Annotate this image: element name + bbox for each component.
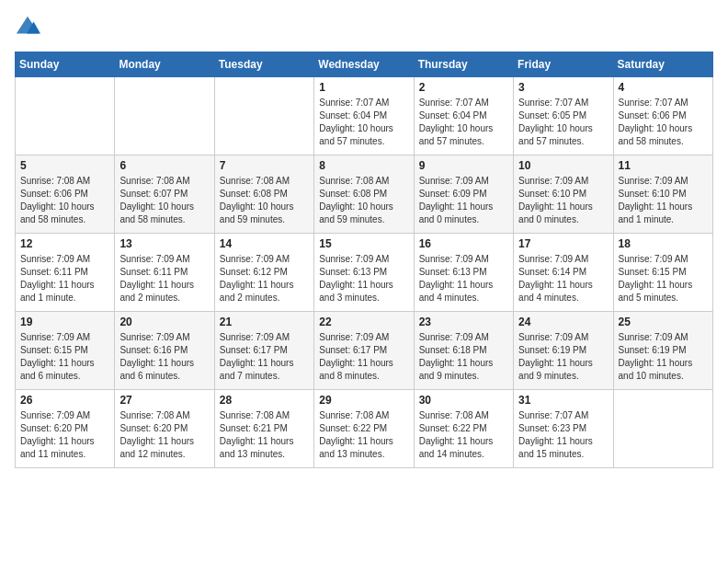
day-number: 16 <box>419 237 508 250</box>
calendar-cell: 4Sunrise: 7:07 AM Sunset: 6:06 PM Daylig… <box>613 77 712 155</box>
calendar-cell: 31Sunrise: 7:07 AM Sunset: 6:23 PM Dayli… <box>514 390 613 468</box>
day-info: Sunrise: 7:09 AM Sunset: 6:20 PM Dayligh… <box>20 409 109 461</box>
calendar-cell: 21Sunrise: 7:09 AM Sunset: 6:17 PM Dayli… <box>214 312 313 390</box>
day-info: Sunrise: 7:09 AM Sunset: 6:19 PM Dayligh… <box>619 331 708 383</box>
day-number: 30 <box>419 394 508 407</box>
calendar-cell: 12Sunrise: 7:09 AM Sunset: 6:11 PM Dayli… <box>16 234 115 312</box>
calendar-weekday-wednesday: Wednesday <box>314 52 414 77</box>
calendar-cell: 23Sunrise: 7:09 AM Sunset: 6:18 PM Dayli… <box>414 312 513 390</box>
calendar-cell: 14Sunrise: 7:09 AM Sunset: 6:12 PM Dayli… <box>214 234 313 312</box>
logo <box>15 15 44 40</box>
day-info: Sunrise: 7:09 AM Sunset: 6:11 PM Dayligh… <box>119 253 209 304</box>
day-info: Sunrise: 7:08 AM Sunset: 6:08 PM Dayligh… <box>220 175 309 226</box>
day-info: Sunrise: 7:09 AM Sunset: 6:14 PM Dayligh… <box>518 253 608 304</box>
day-info: Sunrise: 7:08 AM Sunset: 6:22 PM Dayligh… <box>419 409 508 461</box>
logo-icon <box>15 15 40 40</box>
calendar-weekday-thursday: Thursday <box>414 52 513 77</box>
day-info: Sunrise: 7:07 AM Sunset: 6:06 PM Dayligh… <box>619 97 708 148</box>
day-info: Sunrise: 7:09 AM Sunset: 6:11 PM Dayligh… <box>20 253 109 304</box>
day-number: 9 <box>419 159 508 172</box>
calendar-cell: 2Sunrise: 7:07 AM Sunset: 6:04 PM Daylig… <box>414 77 513 155</box>
day-number: 2 <box>419 81 508 94</box>
calendar-cell: 19Sunrise: 7:09 AM Sunset: 6:15 PM Dayli… <box>16 312 115 390</box>
day-info: Sunrise: 7:09 AM Sunset: 6:13 PM Dayligh… <box>419 253 508 304</box>
day-number: 3 <box>518 81 608 94</box>
day-info: Sunrise: 7:08 AM Sunset: 6:06 PM Dayligh… <box>20 175 109 226</box>
calendar-cell: 25Sunrise: 7:09 AM Sunset: 6:19 PM Dayli… <box>613 312 712 390</box>
calendar-week-row: 5Sunrise: 7:08 AM Sunset: 6:06 PM Daylig… <box>16 155 713 234</box>
day-info: Sunrise: 7:08 AM Sunset: 6:20 PM Dayligh… <box>119 409 209 461</box>
day-number: 27 <box>119 394 209 407</box>
day-number: 6 <box>119 159 209 172</box>
day-info: Sunrise: 7:09 AM Sunset: 6:10 PM Dayligh… <box>518 175 608 226</box>
day-info: Sunrise: 7:07 AM Sunset: 6:04 PM Dayligh… <box>319 97 408 148</box>
calendar-cell <box>115 77 214 155</box>
calendar-cell: 26Sunrise: 7:09 AM Sunset: 6:20 PM Dayli… <box>16 390 115 468</box>
calendar-cell: 20Sunrise: 7:09 AM Sunset: 6:16 PM Dayli… <box>115 312 214 390</box>
calendar-cell: 16Sunrise: 7:09 AM Sunset: 6:13 PM Dayli… <box>414 234 513 312</box>
calendar-cell: 13Sunrise: 7:09 AM Sunset: 6:11 PM Dayli… <box>115 234 214 312</box>
calendar-weekday-saturday: Saturday <box>613 52 712 77</box>
day-info: Sunrise: 7:08 AM Sunset: 6:07 PM Dayligh… <box>119 175 209 226</box>
day-number: 14 <box>220 237 309 250</box>
day-number: 5 <box>20 159 109 172</box>
day-info: Sunrise: 7:09 AM Sunset: 6:15 PM Dayligh… <box>20 331 109 383</box>
day-number: 20 <box>119 316 209 328</box>
day-number: 21 <box>220 316 309 328</box>
calendar-week-row: 26Sunrise: 7:09 AM Sunset: 6:20 PM Dayli… <box>16 390 713 468</box>
calendar-cell: 3Sunrise: 7:07 AM Sunset: 6:05 PM Daylig… <box>514 77 613 155</box>
day-info: Sunrise: 7:07 AM Sunset: 6:23 PM Dayligh… <box>518 409 608 461</box>
day-number: 4 <box>619 81 708 94</box>
day-number: 11 <box>619 159 708 172</box>
calendar-weekday-monday: Monday <box>115 52 214 77</box>
calendar-cell: 1Sunrise: 7:07 AM Sunset: 6:04 PM Daylig… <box>314 77 414 155</box>
calendar-cell: 22Sunrise: 7:09 AM Sunset: 6:17 PM Dayli… <box>314 312 414 390</box>
calendar-cell: 9Sunrise: 7:09 AM Sunset: 6:09 PM Daylig… <box>414 155 513 234</box>
day-number: 22 <box>319 316 408 328</box>
day-number: 31 <box>518 394 608 407</box>
calendar-cell: 11Sunrise: 7:09 AM Sunset: 6:10 PM Dayli… <box>613 155 712 234</box>
calendar-cell <box>16 77 115 155</box>
day-number: 25 <box>619 316 708 328</box>
calendar-cell: 15Sunrise: 7:09 AM Sunset: 6:13 PM Dayli… <box>314 234 414 312</box>
day-number: 18 <box>619 237 708 250</box>
day-number: 19 <box>20 316 109 328</box>
day-number: 29 <box>319 394 408 407</box>
day-info: Sunrise: 7:09 AM Sunset: 6:10 PM Dayligh… <box>619 175 708 226</box>
day-info: Sunrise: 7:09 AM Sunset: 6:09 PM Dayligh… <box>419 175 508 226</box>
day-info: Sunrise: 7:08 AM Sunset: 6:08 PM Dayligh… <box>319 175 408 226</box>
calendar-cell: 5Sunrise: 7:08 AM Sunset: 6:06 PM Daylig… <box>16 155 115 234</box>
calendar-cell: 18Sunrise: 7:09 AM Sunset: 6:15 PM Dayli… <box>613 234 712 312</box>
day-number: 12 <box>20 237 109 250</box>
day-info: Sunrise: 7:09 AM Sunset: 6:15 PM Dayligh… <box>619 253 708 304</box>
day-info: Sunrise: 7:09 AM Sunset: 6:19 PM Dayligh… <box>518 331 608 383</box>
day-info: Sunrise: 7:09 AM Sunset: 6:13 PM Dayligh… <box>319 253 408 304</box>
day-number: 7 <box>220 159 309 172</box>
calendar-cell <box>613 390 712 468</box>
day-number: 24 <box>518 316 608 328</box>
day-number: 1 <box>319 81 408 94</box>
day-info: Sunrise: 7:08 AM Sunset: 6:22 PM Dayligh… <box>319 409 408 461</box>
day-number: 28 <box>220 394 309 407</box>
day-info: Sunrise: 7:07 AM Sunset: 6:04 PM Dayligh… <box>419 97 508 148</box>
calendar-header-row: SundayMondayTuesdayWednesdayThursdayFrid… <box>16 52 713 77</box>
day-number: 8 <box>319 159 408 172</box>
day-number: 15 <box>319 237 408 250</box>
calendar-cell: 8Sunrise: 7:08 AM Sunset: 6:08 PM Daylig… <box>314 155 414 234</box>
day-info: Sunrise: 7:09 AM Sunset: 6:17 PM Dayligh… <box>220 331 309 383</box>
calendar-week-row: 12Sunrise: 7:09 AM Sunset: 6:11 PM Dayli… <box>16 234 713 312</box>
day-info: Sunrise: 7:09 AM Sunset: 6:18 PM Dayligh… <box>419 331 508 383</box>
day-info: Sunrise: 7:09 AM Sunset: 6:16 PM Dayligh… <box>119 331 209 383</box>
calendar-cell: 28Sunrise: 7:08 AM Sunset: 6:21 PM Dayli… <box>214 390 313 468</box>
calendar-weekday-friday: Friday <box>514 52 613 77</box>
day-number: 23 <box>419 316 508 328</box>
calendar-cell: 30Sunrise: 7:08 AM Sunset: 6:22 PM Dayli… <box>414 390 513 468</box>
day-info: Sunrise: 7:08 AM Sunset: 6:21 PM Dayligh… <box>220 409 309 461</box>
day-info: Sunrise: 7:09 AM Sunset: 6:17 PM Dayligh… <box>319 331 408 383</box>
day-number: 26 <box>20 394 109 407</box>
calendar-cell: 7Sunrise: 7:08 AM Sunset: 6:08 PM Daylig… <box>214 155 313 234</box>
calendar-cell: 6Sunrise: 7:08 AM Sunset: 6:07 PM Daylig… <box>115 155 214 234</box>
calendar-cell <box>214 77 313 155</box>
calendar-weekday-sunday: Sunday <box>16 52 115 77</box>
day-number: 10 <box>518 159 608 172</box>
